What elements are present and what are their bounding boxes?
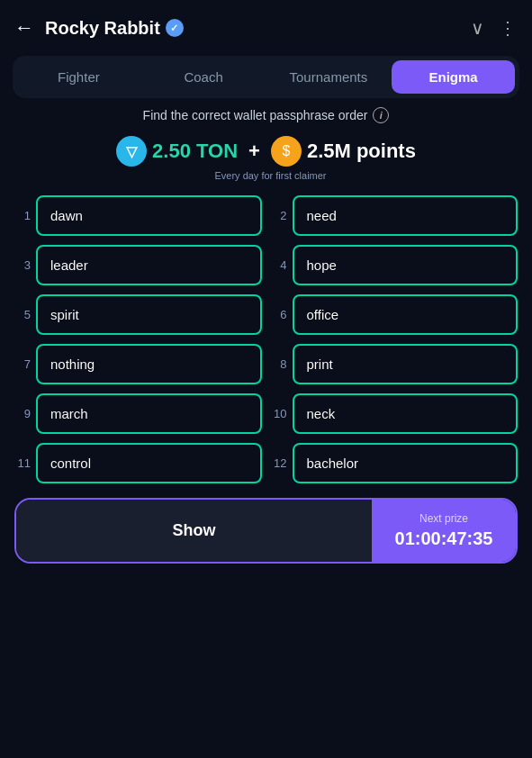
bottom-bar: Show Next prize 01:00:47:35 (14, 498, 518, 564)
info-icon[interactable]: i (373, 107, 389, 123)
word-box-2[interactable]: need (293, 195, 518, 236)
word-cell-4: 4 hope (271, 245, 518, 285)
word-num-8: 8 (271, 357, 287, 371)
next-prize-label: Next prize (388, 512, 500, 525)
word-num-9: 9 (14, 407, 31, 420)
word-grid: 1 dawn 2 need 3 leader 4 hope 5 spirit 6… (14, 195, 518, 483)
word-box-5[interactable]: spirit (36, 294, 262, 335)
word-box-10[interactable]: neck (293, 393, 518, 434)
word-cell-3: 3 leader (14, 245, 262, 285)
tab-enigma[interactable]: Enigma (392, 60, 515, 94)
tab-coach[interactable]: Coach (142, 60, 266, 94)
word-cell-10: 10 neck (271, 393, 518, 434)
page-title: Rocky Rabbit ✓ (45, 18, 471, 39)
reward-sub-text: Every day for first claimer (23, 170, 518, 181)
word-box-11[interactable]: control (36, 443, 262, 483)
chevron-down-icon[interactable]: ∨ (471, 17, 484, 39)
show-button[interactable]: Show (16, 500, 372, 562)
word-box-6[interactable]: office (293, 294, 518, 335)
word-cell-5: 5 spirit (14, 294, 262, 335)
word-num-1: 1 (14, 209, 31, 222)
more-options-icon[interactable]: ⋮ (499, 17, 518, 39)
ton-icon: ▽ (116, 136, 147, 167)
word-box-7[interactable]: nothing (36, 344, 262, 384)
coin-icon: $ (271, 136, 302, 167)
word-cell-2: 2 need (271, 195, 518, 236)
back-button[interactable]: ← (14, 16, 34, 40)
word-cell-6: 6 office (271, 294, 518, 335)
ton-badge: ▽ 2.50 TON (116, 136, 238, 167)
word-cell-12: 12 bachelor (271, 443, 518, 483)
word-cell-8: 8 print (271, 344, 518, 384)
points-badge: $ 2.5M points (271, 136, 416, 167)
reward-row: ▽ 2.50 TON + $ 2.5M points (14, 136, 518, 167)
word-box-8[interactable]: print (293, 344, 518, 384)
word-box-9[interactable]: march (36, 393, 262, 434)
tab-bar: Fighter Coach Tournaments Enigma (13, 56, 519, 98)
word-box-4[interactable]: hope (293, 245, 518, 285)
word-num-11: 11 (14, 456, 31, 470)
verified-icon: ✓ (166, 19, 184, 37)
subtitle-text: Find the correct wallet passphrase order… (14, 107, 518, 123)
word-num-5: 5 (14, 308, 31, 321)
tab-tournaments[interactable]: Tournaments (267, 60, 391, 94)
word-box-1[interactable]: dawn (36, 195, 262, 236)
word-cell-9: 9 march (14, 393, 262, 434)
word-cell-1: 1 dawn (14, 195, 262, 236)
word-num-2: 2 (271, 209, 287, 222)
ton-amount: 2.50 TON (152, 140, 238, 163)
countdown-timer: 01:00:47:35 (388, 528, 500, 549)
plus-sign: + (248, 140, 260, 163)
points-amount: 2.5M points (307, 140, 416, 163)
word-num-4: 4 (271, 258, 287, 272)
word-cell-7: 7 nothing (14, 344, 262, 384)
main-content: Find the correct wallet passphrase order… (0, 107, 532, 483)
word-num-7: 7 (14, 357, 31, 371)
tab-fighter[interactable]: Fighter (17, 60, 140, 94)
word-box-12[interactable]: bachelor (293, 443, 518, 483)
word-num-12: 12 (271, 456, 287, 470)
word-box-3[interactable]: leader (36, 245, 262, 285)
word-num-10: 10 (271, 407, 287, 420)
header: ← Rocky Rabbit ✓ ∨ ⋮ (0, 0, 532, 56)
word-num-6: 6 (271, 308, 287, 321)
word-cell-11: 11 control (14, 443, 262, 483)
next-prize-section[interactable]: Next prize 01:00:47:35 (372, 500, 516, 562)
word-num-3: 3 (14, 258, 31, 272)
